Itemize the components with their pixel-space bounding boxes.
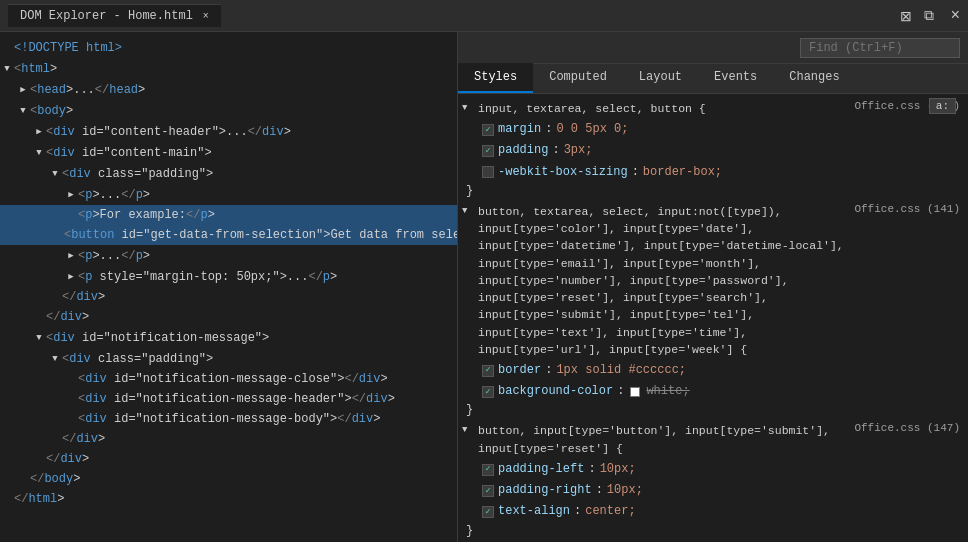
tab-layout[interactable]: Layout (623, 63, 698, 93)
tree-line[interactable]: <head>...</head> (0, 79, 457, 100)
tab-changes[interactable]: Changes (773, 63, 855, 93)
css-prop-checkbox[interactable] (482, 166, 494, 178)
css-prop-colon: : (574, 502, 581, 521)
tree-line[interactable]: <div class="padding"> (0, 348, 457, 369)
css-prop-value: center; (585, 502, 635, 521)
css-selector-line: ▼button, input[type='button'], input[typ… (458, 420, 968, 459)
tab-close-button[interactable]: × (203, 11, 209, 22)
tree-arrow[interactable] (48, 164, 62, 183)
tree-line[interactable]: <p>...</p> (0, 184, 457, 205)
css-prop-checkbox[interactable] (482, 485, 494, 497)
dom-panel[interactable]: <!DOCTYPE html><html><head>...</head><bo… (0, 32, 458, 542)
title-bar: DOM Explorer - Home.html × ⊠ ⧉ × (0, 0, 968, 32)
tree-arrow[interactable] (32, 328, 46, 347)
tree-node-content: </div> (62, 430, 105, 448)
tree-node-content: <div id="notification-message-header"></… (78, 390, 395, 408)
css-rule-arrow[interactable]: ▼ (462, 422, 474, 435)
css-prop-checkbox[interactable] (482, 145, 494, 157)
css-prop-name: -webkit-box-sizing (498, 163, 628, 182)
css-prop-value: 0 0 5px 0; (556, 120, 628, 139)
css-prop-line: padding-right: 10px; (482, 480, 968, 501)
styles-content[interactable]: ▼input, textarea, select, button {Office… (458, 94, 968, 542)
tree-line[interactable]: </div> (0, 429, 457, 449)
tree-arrow[interactable] (0, 59, 14, 78)
tree-arrow[interactable] (16, 80, 30, 99)
tree-line[interactable]: </div> (0, 307, 457, 327)
tree-arrow[interactable] (16, 101, 30, 120)
tree-line[interactable]: <div id="notification-message-body"></di… (0, 409, 457, 429)
tree-line[interactable]: <p>...</p> (0, 245, 457, 266)
tree-line[interactable]: </html> (0, 489, 457, 509)
dom-explorer-tab[interactable]: DOM Explorer - Home.html × (8, 4, 221, 27)
tree-line[interactable]: <html> (0, 58, 457, 79)
css-prop-colon: : (552, 141, 559, 160)
tab-computed[interactable]: Computed (533, 63, 623, 93)
find-input[interactable] (800, 38, 960, 58)
tree-line[interactable]: <body> (0, 100, 457, 121)
css-prop-value: 1px solid #cccccc; (556, 361, 686, 380)
css-rule-block: ▼button, input[type='button'], input[typ… (458, 420, 968, 538)
tree-node-content: <button id="get-data-from-selection">Get… (64, 226, 458, 244)
css-prop-value: white; (646, 382, 689, 401)
tree-arrow[interactable] (64, 185, 78, 204)
css-prop-name: background-color (498, 382, 613, 401)
css-prop-colon: : (617, 382, 624, 401)
css-props: border: 1px solid #cccccc;background-col… (458, 360, 968, 402)
css-prop-name: margin (498, 120, 541, 139)
css-prop-name: padding-left (498, 460, 584, 479)
pin-button[interactable]: ⊠ (896, 6, 916, 26)
tree-node-content: <div id="content-main"> (46, 144, 212, 162)
tab-styles[interactable]: Styles (458, 63, 533, 93)
tree-line[interactable]: <div id="notification-message-header"></… (0, 389, 457, 409)
tree-line[interactable]: <div id="notification-message"> (0, 327, 457, 348)
tree-line[interactable]: <div id="content-header">...</div> (0, 121, 457, 142)
tree-line[interactable]: <div id="notification-message-close"></d… (0, 369, 457, 389)
tree-line[interactable]: <button id="get-data-from-selection">Get… (0, 225, 457, 245)
tree-node-content: </div> (62, 288, 105, 306)
tree-arrow[interactable] (48, 349, 62, 368)
css-props: margin: 0 0 5px 0;padding: 3px;-webkit-b… (458, 119, 968, 183)
tree-node-content: <div id="notification-message"> (46, 329, 269, 347)
css-prop-colon: : (596, 481, 603, 500)
tree-line[interactable]: </div> (0, 287, 457, 307)
tree-line[interactable]: <!DOCTYPE html> (0, 38, 457, 58)
css-prop-checkbox[interactable] (482, 506, 494, 518)
css-prop-colon: : (588, 460, 595, 479)
tree-line[interactable]: </body> (0, 469, 457, 489)
css-prop-colon: : (545, 120, 552, 139)
css-prop-checkbox[interactable] (482, 124, 494, 136)
tree-line[interactable]: </div> (0, 449, 457, 469)
css-selector-text: button, textarea, select, input:not([typ… (478, 203, 846, 358)
css-prop-checkbox[interactable] (482, 386, 494, 398)
css-prop-line: padding-left: 10px; (482, 459, 968, 480)
tree-line[interactable]: <div id="content-main"> (0, 142, 457, 163)
tree-line[interactable]: <p>For example:</p> (0, 205, 457, 225)
css-color-swatch[interactable] (630, 387, 640, 397)
tree-arrow[interactable] (64, 246, 78, 265)
css-prop-line: -webkit-box-sizing: border-box; (482, 162, 968, 183)
styles-panel: StylesComputedLayoutEventsChanges ▼input… (458, 32, 968, 542)
tree-node-content: <p>...</p> (78, 247, 150, 265)
tree-arrow[interactable] (32, 122, 46, 141)
tree-node-content: <p style="margin-top: 50px;">...</p> (78, 268, 337, 286)
css-prop-colon: : (632, 163, 639, 182)
tree-arrow[interactable] (32, 143, 46, 162)
close-panel-button[interactable]: × (950, 7, 960, 25)
css-rule-arrow[interactable]: ▼ (462, 100, 474, 113)
a-button[interactable]: a: (929, 98, 956, 114)
css-rule-arrow[interactable]: ▼ (462, 203, 474, 216)
tree-node-content: <div id="notification-message-close"></d… (78, 370, 388, 388)
css-prop-value: 3px; (564, 141, 593, 160)
float-button[interactable]: ⧉ (920, 5, 938, 26)
css-prop-checkbox[interactable] (482, 365, 494, 377)
tree-arrow[interactable] (64, 267, 78, 286)
tree-line[interactable]: <div class="padding"> (0, 163, 457, 184)
css-source: Office.css (147) (854, 422, 960, 434)
css-selector-line: ▼button, textarea, select, input:not([ty… (458, 201, 968, 360)
css-prop-checkbox[interactable] (482, 464, 494, 476)
main-layout: <!DOCTYPE html><html><head>...</head><bo… (0, 32, 968, 542)
tree-line[interactable]: <p style="margin-top: 50px;">...</p> (0, 266, 457, 287)
tab-events[interactable]: Events (698, 63, 773, 93)
css-prop-name: border (498, 361, 541, 380)
css-prop-line: border: 1px solid #cccccc; (482, 360, 968, 381)
